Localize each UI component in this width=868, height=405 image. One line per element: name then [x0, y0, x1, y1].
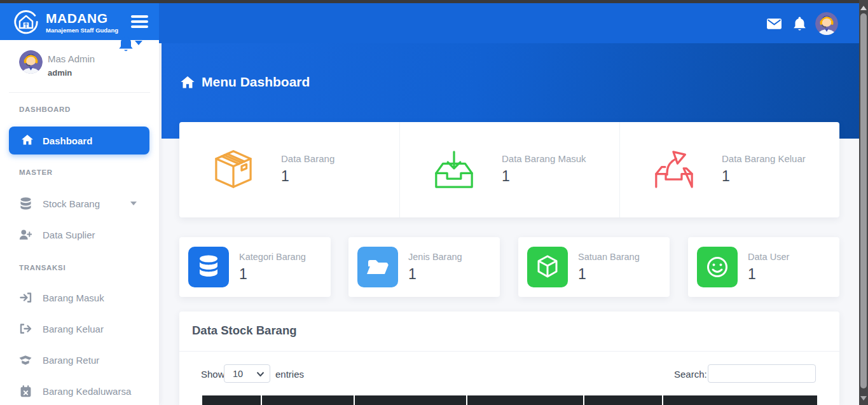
stat-label: Satuan Barang	[578, 252, 640, 262]
user-avatar	[19, 50, 43, 74]
scroll-up-arrow-icon[interactable]	[860, 6, 867, 10]
hamburger-menu-icon[interactable]	[131, 15, 148, 29]
scroll-down-arrow-icon[interactable]	[860, 396, 867, 401]
stat-value: 1	[578, 266, 586, 283]
brand-subtitle: Manajemen Staff Gudang	[46, 27, 118, 34]
cube-icon	[527, 247, 568, 290]
stat-data-barang-masuk: Data Barang Masuk 1	[399, 122, 619, 217]
entries-label: entries	[275, 369, 304, 380]
table-header-cell[interactable]	[467, 395, 583, 405]
entries-select[interactable]: 10	[224, 364, 270, 383]
database-icon	[19, 197, 32, 210]
window-top-border	[0, 0, 868, 3]
table-header-cell[interactable]	[262, 395, 354, 405]
table-header-row	[202, 395, 817, 405]
stat-label: Data Barang	[281, 153, 334, 164]
calendar-x-icon	[19, 385, 32, 397]
notification-bell-icon[interactable]	[118, 34, 134, 55]
sidebar-item-data-suplier[interactable]: Data Suplier	[0, 220, 159, 249]
stat-data-user-card: Data User 1	[688, 237, 839, 297]
stat-label: Data User	[748, 252, 789, 262]
card-title: Data Stock Barang	[192, 324, 297, 338]
stat-value: 1	[722, 168, 730, 185]
table-header-cell[interactable]	[584, 395, 662, 405]
section-header-dashboard: DASHBOARD	[19, 106, 71, 113]
sign-out-icon	[19, 323, 32, 334]
page-title: Menu Dashboard	[181, 74, 310, 90]
table-header-cell[interactable]	[355, 395, 466, 405]
stat-satuan-barang-card: Satuan Barang 1	[518, 237, 670, 297]
data-stock-barang-card: Data Stock Barang Show 10 entries Search…	[179, 312, 839, 405]
stat-label: Kategori Barang	[239, 252, 306, 262]
section-header-transaksi: TRANSAKSI	[19, 264, 65, 271]
stat-value: 1	[408, 266, 417, 283]
divider	[9, 92, 150, 93]
sidebar-item-barang-retur[interactable]: Barang Retur	[0, 345, 159, 374]
mail-icon[interactable]	[766, 18, 782, 32]
app-window: Menu Dashboard Data Barang 1	[0, 0, 868, 405]
stat-label: Data Barang Masuk	[502, 153, 586, 164]
sign-in-icon	[19, 292, 32, 303]
user-username: admin	[48, 68, 95, 78]
show-label: Show	[201, 369, 225, 380]
stats-summary-card: Data Barang 1 Data Barang Masuk 1	[179, 122, 839, 217]
sidebar-user: Mas Admin admin	[19, 50, 95, 78]
home-icon	[22, 135, 33, 147]
search-label: Search:	[674, 369, 707, 380]
user-plus-icon	[19, 229, 32, 240]
search-input[interactable]	[708, 364, 816, 383]
stat-data-barang: Data Barang 1	[179, 122, 399, 217]
stat-label: Data Barang Keluar	[722, 153, 806, 164]
stat-value: 1	[748, 266, 756, 283]
brand-title[interactable]: MADANG	[46, 11, 108, 26]
top-navbar	[159, 3, 859, 43]
page-scrollbar[interactable]	[859, 0, 868, 405]
user-avatar[interactable]	[815, 12, 838, 35]
divider	[179, 351, 839, 352]
smiley-icon	[697, 247, 738, 290]
stat-value: 1	[239, 266, 247, 283]
caret-down-icon	[130, 202, 137, 205]
box-3d-icon	[209, 145, 258, 197]
outbox-arrow-up-icon	[649, 145, 699, 197]
scrollbar-thumb[interactable]	[860, 13, 867, 388]
sidebar-item-barang-masuk[interactable]: Barang Masuk	[0, 283, 159, 312]
sidebar: Mas Admin admin DASHBOARD Dashboard MAST…	[0, 40, 159, 405]
stat-data-barang-keluar: Data Barang Keluar 1	[619, 122, 839, 217]
stat-value: 1	[502, 168, 510, 185]
inbox-arrow-down-icon	[429, 145, 479, 197]
table-header-cell[interactable]	[202, 395, 261, 405]
sidebar-item-barang-kedaluwarsa[interactable]: Barang Kedaluwarsa	[0, 376, 159, 405]
sidebar-item-barang-keluar[interactable]: Barang Keluar	[0, 314, 159, 343]
home-icon	[181, 76, 195, 88]
madang-logo-icon[interactable]	[13, 8, 39, 35]
section-header-master: MASTER	[19, 168, 53, 176]
stat-jenis-barang-card: Jenis Barang 1	[348, 237, 500, 297]
stat-label: Jenis Barang	[408, 252, 462, 262]
caret-down-icon[interactable]	[135, 41, 142, 45]
stat-value: 1	[281, 168, 289, 185]
user-name: Mas Admin	[48, 53, 95, 64]
chevron-down-icon	[257, 372, 264, 377]
bell-icon[interactable]	[793, 16, 806, 34]
box-open-icon	[19, 355, 32, 366]
brand-header: MADANG Manajemen Staff Gudang	[0, 3, 159, 40]
sidebar-item-stock-barang[interactable]: Stock Barang	[0, 189, 159, 218]
folder-open-icon	[357, 247, 398, 290]
stat-kategori-barang-card: Kategori Barang 1	[179, 237, 331, 297]
table-header-cell[interactable]	[663, 395, 817, 405]
sidebar-item-dashboard[interactable]: Dashboard	[9, 127, 149, 154]
database-icon	[188, 247, 229, 290]
